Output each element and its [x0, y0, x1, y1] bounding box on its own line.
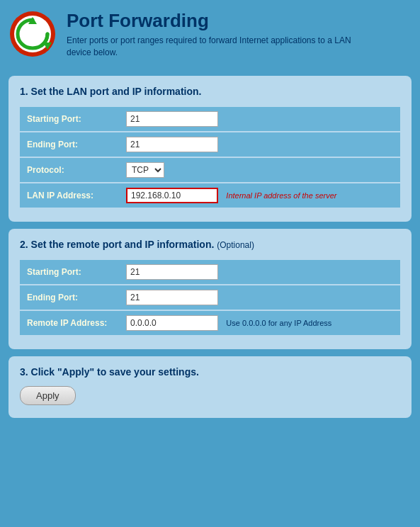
apply-button[interactable]: Apply: [20, 386, 76, 405]
page-title: Port Forwarding: [67, 10, 364, 32]
page-header: Port Forwarding Enter ports or port rang…: [0, 0, 420, 69]
table-row: LAN IP Address: Internal IP address of t…: [20, 183, 400, 208]
lan-ip-hint: Internal IP address of the server: [226, 191, 336, 200]
remote-ending-port-label: Ending Port:: [20, 285, 119, 310]
section1-title: 1. Set the LAN port and IP information.: [20, 86, 400, 97]
remote-starting-port-label: Starting Port:: [20, 260, 119, 284]
table-row: Remote IP Address: Use 0.0.0.0 for any I…: [20, 311, 400, 335]
remote-starting-port-input[interactable]: [126, 264, 218, 280]
section2-remote-port: 2. Set the remote port and IP informatio…: [8, 229, 412, 349]
header-text-block: Port Forwarding Enter ports or port rang…: [67, 10, 364, 59]
page-description: Enter ports or port ranges required to f…: [67, 35, 364, 59]
section2-optional: (Optional): [217, 240, 254, 250]
app-logo: [8, 10, 57, 58]
table-row: Starting Port:: [20, 107, 400, 131]
section3-title: 3. Click "Apply" to save your settings.: [20, 366, 400, 378]
table-row: Ending Port:: [20, 132, 400, 157]
section2-form: Starting Port: Ending Port: Remote IP Ad…: [20, 259, 400, 336]
protocol-label: Protocol:: [20, 158, 119, 182]
table-row: Protocol: TCP UDP Both: [20, 158, 400, 182]
lan-ip-label: LAN IP Address:: [20, 183, 119, 208]
remote-ip-label: Remote IP Address:: [20, 311, 119, 335]
section2-title: 2. Set the remote port and IP informatio…: [20, 239, 400, 250]
ending-port-label: Ending Port:: [20, 132, 119, 157]
section1-form: Starting Port: Ending Port: Protocol: TC…: [20, 106, 400, 209]
remote-ending-port-input[interactable]: [126, 290, 218, 305]
protocol-select[interactable]: TCP UDP Both: [126, 162, 164, 178]
section2-title-text: 2. Set the remote port and IP informatio…: [20, 239, 214, 250]
starting-port-label: Starting Port:: [20, 107, 119, 131]
remote-ip-input[interactable]: [126, 315, 218, 331]
remote-ip-hint: Use 0.0.0.0 for any IP Address: [226, 319, 331, 327]
table-row: Starting Port:: [20, 260, 400, 284]
lan-ip-input[interactable]: [126, 188, 218, 203]
table-row: Ending Port:: [20, 285, 400, 310]
ending-port-input[interactable]: [126, 137, 218, 152]
starting-port-input[interactable]: [126, 111, 218, 127]
section1-lan-port: 1. Set the LAN port and IP information. …: [8, 76, 412, 222]
section3-apply: 3. Click "Apply" to save your settings. …: [8, 356, 412, 418]
